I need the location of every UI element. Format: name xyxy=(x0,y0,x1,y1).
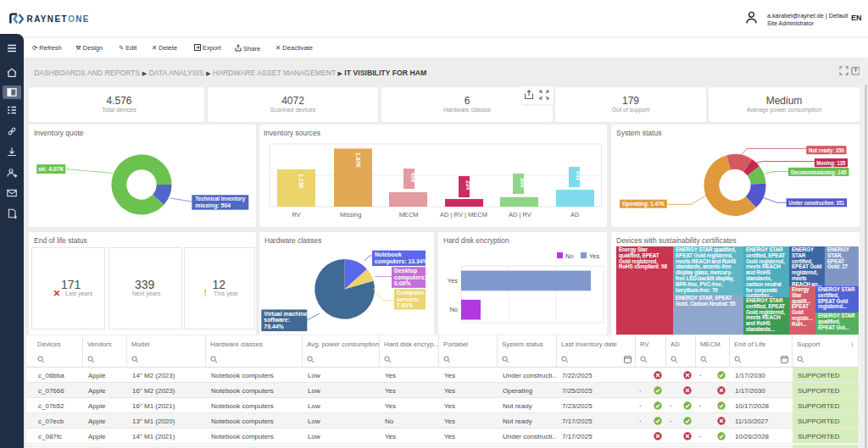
svg-text:1.87K: 1.87K xyxy=(355,152,361,168)
svg-text:Yes: Yes xyxy=(448,277,458,285)
svg-text:7.02%: 7.02% xyxy=(397,302,414,308)
svg-text:RAYNET: RAYNET xyxy=(27,14,68,24)
svg-text:304: 304 xyxy=(520,178,526,188)
svg-text:AD: AD xyxy=(570,211,580,218)
svg-text:Moving: 135: Moving: 135 xyxy=(816,160,845,167)
svg-text:Missing: Missing xyxy=(340,211,361,218)
svg-text:computers: 13.34%: computers: 13.34% xyxy=(375,258,428,265)
svg-text:224: 224 xyxy=(465,180,471,191)
svg-text:O: O xyxy=(68,14,75,24)
svg-text:79.44%: 79.44% xyxy=(264,324,283,329)
svg-text:532: 532 xyxy=(576,171,581,181)
svg-text:missing: 504: missing: 504 xyxy=(195,202,231,209)
svg-text:Virtual machine: Virtual machine xyxy=(264,311,307,317)
svg-text:ok: 4.07K: ok: 4.07K xyxy=(38,166,64,172)
svg-text:No: No xyxy=(565,252,574,260)
svg-text:456: 456 xyxy=(410,173,416,183)
svg-text:AD | RV | MECM: AD | RV | MECM xyxy=(440,211,487,218)
svg-text:AD | RV: AD | RV xyxy=(509,211,531,218)
svg-text:RV: RV xyxy=(292,211,300,218)
svg-text:Under construction: 351: Under construction: 351 xyxy=(789,200,845,206)
svg-text:software:: software: xyxy=(264,317,290,323)
svg-text:No: No xyxy=(449,306,458,313)
svg-text:Not ready: 350: Not ready: 350 xyxy=(809,147,844,154)
svg-text:Yes: Yes xyxy=(589,252,599,260)
svg-text:servers:: servers: xyxy=(397,296,420,302)
svg-text:Operating: 1.47K: Operating: 1.47K xyxy=(622,201,665,207)
svg-text:NE: NE xyxy=(75,14,90,24)
svg-text:MECM: MECM xyxy=(399,211,419,218)
svg-text:0.08%: 0.08% xyxy=(394,280,411,286)
svg-text:Decommissioning: 245: Decommissioning: 245 xyxy=(791,169,847,176)
svg-text:1.13K: 1.13K xyxy=(298,174,304,189)
svg-text:Notebook: Notebook xyxy=(375,252,402,257)
